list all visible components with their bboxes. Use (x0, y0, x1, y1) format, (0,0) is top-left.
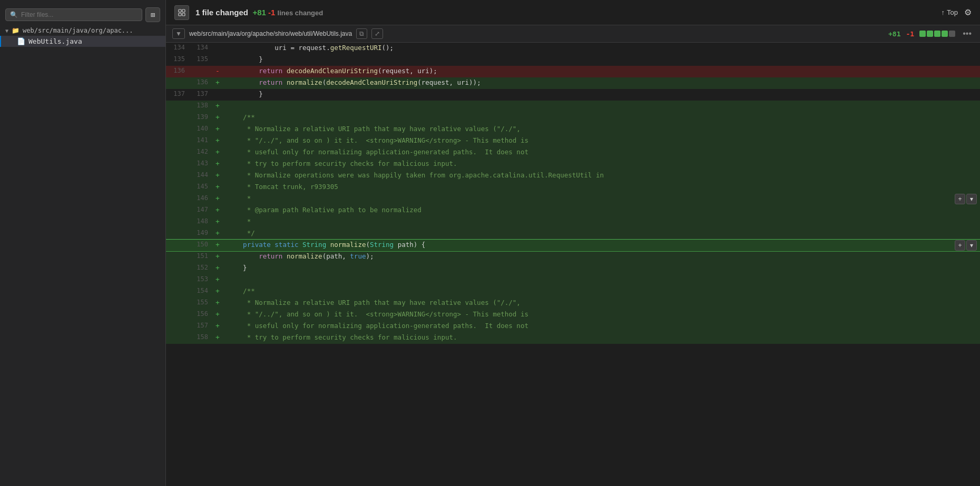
line-numbers: 139 (166, 112, 212, 124)
diff-marker: + (212, 321, 223, 332)
line-numbers: 154 (166, 286, 212, 297)
line-numbers: 147 (166, 205, 212, 216)
old-line-num (166, 158, 189, 170)
line-numbers: 146 (166, 193, 212, 205)
code-area[interactable]: 134 134 uri = request.getRequestURI(); 1… (166, 43, 980, 486)
diff-block-4 (942, 31, 948, 37)
table-row: 143 + * try to perform security checks f… (166, 158, 980, 170)
diff-marker: + (212, 297, 223, 309)
file-header-left: ▼ web/src/main/java/org/apache/shiro/web… (172, 28, 383, 39)
diff-marker: + (212, 193, 223, 205)
diff-block-3 (934, 31, 940, 37)
table-row: 135 135 } (166, 54, 980, 66)
inline-action-buttons-146: + ▾ (955, 194, 977, 204)
new-line-num: 151 (189, 251, 212, 263)
new-line-num: 136 (189, 77, 212, 89)
old-line-num (166, 216, 189, 228)
old-line-num (166, 193, 189, 205)
line-content: * Normalize a relative URI path that may… (223, 297, 980, 309)
sidebar-folder[interactable]: ▼ 📁 web/src/main/java/org/apac... (0, 25, 165, 36)
settings-button[interactable]: ⚙ (964, 7, 972, 17)
collapse-file-button[interactable]: ▼ (172, 28, 185, 39)
line-content: * "/../", and so on ) it it. <strong>WAR… (223, 135, 980, 147)
new-line-num: 142 (189, 147, 212, 158)
line-numbers: 151 (166, 251, 212, 263)
diff-block-2 (927, 31, 933, 37)
search-bar: 🔍 ⊞ (5, 7, 160, 22)
old-line-num: 136 (166, 66, 189, 77)
svg-rect-3 (182, 13, 185, 16)
old-line-num (166, 112, 189, 124)
inline-action-buttons: + ▾ (955, 240, 977, 251)
file-header-right: +81 -1 ••• (888, 29, 974, 38)
old-line-num (166, 170, 189, 182)
line-content: * (223, 193, 980, 205)
more-line-options-button[interactable]: ▾ (966, 240, 977, 251)
stat-added: +81 (252, 8, 266, 17)
line-numbers: 158 (166, 332, 212, 344)
diff-marker: + (212, 309, 223, 321)
top-bar-left: 1 file changed +81 -1 lines changed (174, 5, 323, 20)
diff-marker: + (212, 263, 223, 274)
line-numbers: 137 137 (166, 89, 212, 101)
old-line-num (166, 263, 189, 274)
expand-arrows-button[interactable]: ⤢ (371, 28, 383, 39)
diff-marker: + (212, 101, 223, 112)
copy-path-button[interactable]: ⧉ (356, 28, 367, 39)
old-line-num (166, 205, 189, 216)
diff-marker: + (212, 332, 223, 344)
search-input-wrapper[interactable]: 🔍 (5, 8, 142, 21)
diff-marker: + (212, 124, 223, 135)
diff-marker: + (212, 182, 223, 193)
old-line-num (166, 297, 189, 309)
top-button[interactable]: ↑ Top (942, 8, 958, 16)
line-numbers: 136 (166, 77, 212, 89)
old-line-num (166, 101, 189, 112)
table-row: 158 + * try to perform security checks f… (166, 332, 980, 344)
line-content: * useful only for normalizing applicatio… (223, 321, 980, 332)
line-content: return normalize(decodeAndCleanUriString… (223, 77, 980, 89)
old-line-num: 137 (166, 89, 189, 101)
add-comment-button-146[interactable]: + (955, 194, 965, 204)
file-path: web/src/main/java/org/apache/shiro/web/u… (189, 30, 352, 37)
diff-bar (919, 31, 955, 37)
add-comment-button[interactable]: + (955, 240, 965, 251)
line-numbers: 156 (166, 309, 212, 321)
line-content: * "/../", and so on ) it it. <strong>WAR… (223, 309, 980, 321)
line-numbers: 143 (166, 158, 212, 170)
diff-marker: + (212, 228, 223, 240)
more-options-button[interactable]: ••• (961, 29, 974, 38)
table-row: 150 + private static String normalize(St… (166, 240, 980, 251)
table-row: 138 + (166, 101, 980, 112)
diff-marker: + (212, 286, 223, 297)
old-line-num (166, 321, 189, 332)
old-line-num (166, 332, 189, 344)
new-line-num: 157 (189, 321, 212, 332)
line-content: } (223, 263, 980, 274)
line-content (223, 101, 980, 112)
svg-rect-1 (182, 9, 185, 12)
sidebar-file-item[interactable]: 📄 WebUtils.java (0, 36, 165, 47)
file-stat-removed: -1 (906, 30, 915, 38)
stat-removed: -1 (268, 8, 275, 17)
expand-diff-button[interactable] (174, 5, 189, 20)
old-line-num (166, 124, 189, 135)
old-line-num (166, 147, 189, 158)
line-content: uri = request.getRequestURI(); (223, 43, 980, 54)
old-line-num (166, 182, 189, 193)
new-line-num: 139 (189, 112, 212, 124)
diff-marker: + (212, 147, 223, 158)
line-numbers: 142 (166, 147, 212, 158)
filter-button[interactable]: ⊞ (145, 7, 160, 22)
search-input[interactable] (21, 11, 138, 18)
line-numbers: 157 (166, 321, 212, 332)
line-content: * try to perform security checks for mal… (223, 332, 980, 344)
new-line-num: 138 (189, 101, 212, 112)
diff-marker: + (212, 112, 223, 124)
folder-label: web/src/main/java/org/apac... (23, 27, 133, 34)
diff-marker: + (212, 158, 223, 170)
new-line-num: 150 (189, 240, 212, 251)
diff-marker: + (212, 170, 223, 182)
more-options-button-146[interactable]: ▾ (966, 194, 977, 204)
line-content: * Normalize a relative URI path that may… (223, 124, 980, 135)
